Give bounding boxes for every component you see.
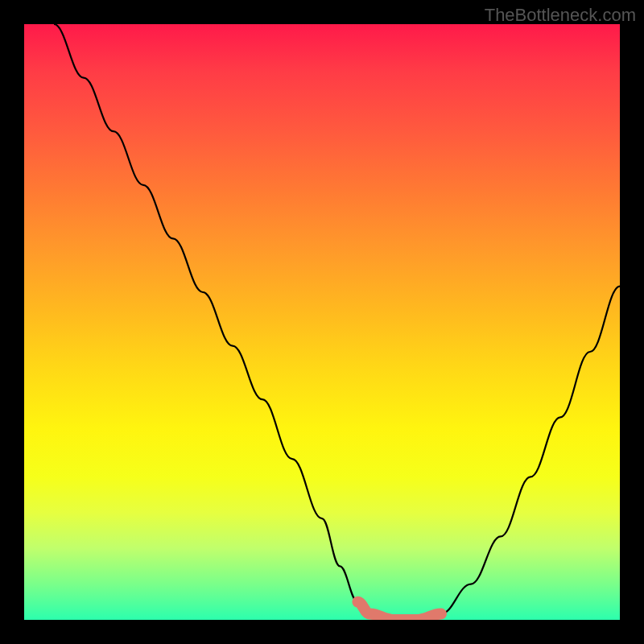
chart-svg xyxy=(24,24,620,620)
chart-highlight-band xyxy=(357,602,441,620)
chart-plot-area xyxy=(24,24,620,620)
watermark-text: TheBottleneck.com xyxy=(485,5,636,26)
chart-curve xyxy=(54,24,620,620)
